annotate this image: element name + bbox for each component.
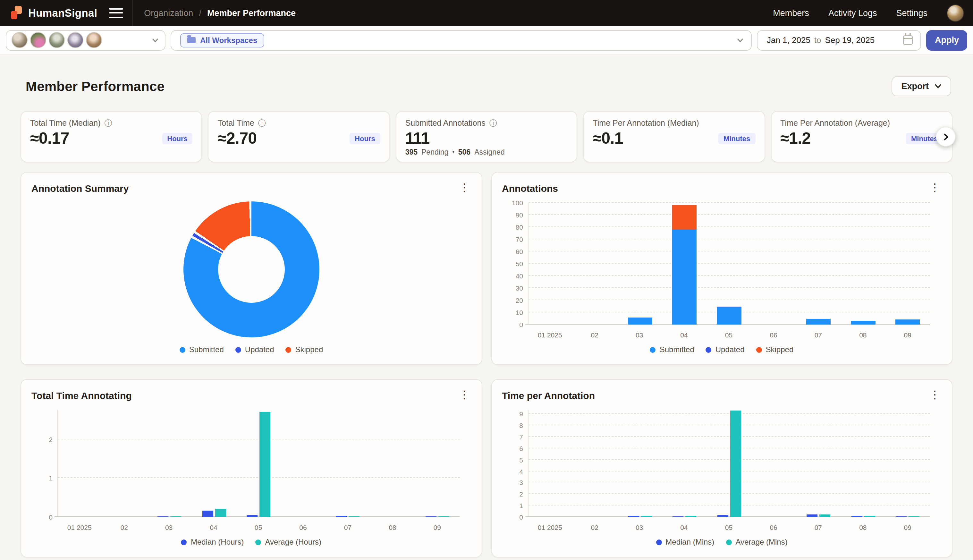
chart-legend: Median (Hours)Average (Hours): [32, 534, 471, 549]
legend-label: Skipped: [295, 345, 323, 354]
nav-link-members[interactable]: Members: [773, 8, 809, 18]
kpi-value: ≈0.17: [30, 129, 69, 148]
bar-segment-submitted: [628, 317, 652, 325]
breadcrumb-organization[interactable]: Organization: [144, 8, 193, 18]
gridline: [528, 287, 930, 288]
legend-label: Average (Mins): [735, 538, 787, 547]
x-axis-tick-label: 01 2025: [538, 331, 562, 339]
x-axis-tick-label: 06: [770, 523, 777, 531]
legend-label: Updated: [715, 345, 745, 354]
nav-link-activity-logs[interactable]: Activity Logs: [828, 8, 877, 18]
x-axis-tick-label: 03: [165, 523, 173, 531]
chart-legend: Median (Mins)Average (Mins): [502, 534, 941, 549]
charts-row-2: Total Time Annotating ⋮ 012 01 202502030…: [20, 379, 953, 557]
x-axis-tick-label: 09: [433, 523, 441, 531]
bar-segment-submitted: [851, 321, 875, 325]
kpi-title: Time Per Annotation (Average): [780, 119, 890, 128]
legend-item[interactable]: Submitted: [650, 345, 694, 354]
x-axis-tick-label: 09: [904, 331, 911, 339]
legend-dot: [706, 347, 711, 352]
x-axis-tick-label: 01 2025: [67, 523, 92, 531]
y-axis-tick-label: 30: [503, 284, 523, 292]
kpi-total-time: Total Time ⓘ ≈2.70 Hours: [208, 111, 390, 162]
kebab-menu-icon[interactable]: ⋮: [458, 390, 471, 399]
legend-item[interactable]: Median (Mins): [656, 538, 714, 547]
info-icon[interactable]: ⓘ: [105, 119, 112, 127]
bar-median-mins-: [806, 515, 818, 517]
chart-legend: SubmittedUpdatedSkipped: [502, 341, 941, 357]
nav-link-settings[interactable]: Settings: [896, 8, 928, 18]
workspace-filter-select[interactable]: All Workspaces: [171, 30, 752, 50]
y-axis-tick-label: 90: [503, 211, 523, 219]
x-axis-tick-label: 08: [389, 523, 396, 531]
legend-item[interactable]: Submitted: [180, 345, 224, 354]
time-per-annotation-card: Time per Annotation ⋮ 0123456789 01 2025…: [491, 379, 953, 557]
y-axis-tick-label: 1: [503, 502, 523, 509]
apply-button[interactable]: Apply: [926, 30, 967, 50]
total-time-bar-chart: 012 01 20250203040506070809: [32, 401, 471, 534]
x-axis-tick-label: 07: [344, 523, 352, 531]
legend-dot: [656, 539, 661, 545]
kebab-menu-icon[interactable]: ⋮: [458, 183, 471, 192]
legend-item[interactable]: Average (Mins): [726, 538, 787, 547]
kebab-menu-icon[interactable]: ⋮: [928, 390, 941, 399]
kpi-carousel-next-button[interactable]: [936, 127, 956, 147]
humansignal-logo[interactable]: HumanSignal: [10, 6, 97, 20]
calendar-icon[interactable]: [903, 35, 913, 45]
bar-segment-submitted: [895, 320, 920, 325]
workspace-tag[interactable]: All Workspaces: [180, 33, 264, 47]
humansignal-logo-icon: [10, 6, 23, 20]
kpi-subtext: 395 Pending • 506 Assigned: [405, 148, 568, 156]
bar-segment-submitted: [717, 308, 741, 325]
annotations-card: Annotations ⋮ 0102030405060708090100 01 …: [491, 172, 953, 365]
info-icon[interactable]: ⓘ: [490, 119, 497, 127]
gridline: [528, 263, 930, 263]
unit-badge: Hours: [350, 132, 380, 144]
hamburger-menu-icon[interactable]: [109, 8, 123, 18]
gridline: [58, 478, 460, 478]
x-axis-tick-label: 05: [725, 523, 733, 531]
y-axis-tick-label: 5: [503, 456, 523, 463]
kpi-submitted-annotations: Submitted Annotations ⓘ 111 395 Pending …: [396, 111, 578, 162]
x-axis-tick-label: 06: [299, 523, 307, 531]
x-axis-tick-label: 09: [904, 523, 911, 531]
total-time-annotating-card: Total Time Annotating ⋮ 012 01 202502030…: [20, 379, 482, 557]
legend-item[interactable]: Skipped: [286, 345, 323, 354]
date-range-input[interactable]: Jan 1, 2025 to Sep 19, 2025: [757, 30, 921, 50]
legend-item[interactable]: Updated: [706, 345, 745, 354]
legend-item[interactable]: Median (Hours): [181, 538, 244, 547]
member-avatar: [30, 32, 46, 48]
x-axis-tick-label: 04: [680, 331, 688, 339]
unit-badge: Hours: [162, 132, 193, 144]
kpi-time-per-annotation-median: Time Per Annotation (Median) ≈0.1 Minute…: [583, 111, 765, 162]
filter-toolbar: All Workspaces Jan 1, 2025 to Sep 19, 20…: [0, 26, 973, 55]
x-axis-tick-label: 02: [120, 523, 128, 531]
info-icon[interactable]: ⓘ: [258, 119, 266, 127]
y-axis-tick-label: 9: [503, 410, 523, 418]
legend-label: Skipped: [766, 345, 794, 354]
user-avatar[interactable]: [947, 4, 964, 22]
x-axis-tick-label: 08: [859, 523, 866, 531]
y-axis-tick-label: 60: [503, 248, 523, 255]
legend-label: Median (Mins): [665, 538, 714, 547]
members-filter-select[interactable]: [6, 30, 165, 50]
kpi-value: ≈0.1: [593, 129, 623, 148]
legend-item[interactable]: Average (Hours): [255, 538, 322, 547]
legend-item[interactable]: Updated: [235, 345, 274, 354]
main-content: Member Performance Export Total Time (Me…: [0, 55, 973, 557]
page-title: Member Performance: [26, 78, 165, 94]
legend-item[interactable]: Skipped: [756, 345, 794, 354]
legend-dot: [255, 539, 261, 545]
folder-icon: [187, 37, 196, 43]
gridline: [528, 300, 930, 300]
legend-dot: [650, 347, 656, 352]
kebab-menu-icon[interactable]: ⋮: [928, 183, 941, 192]
y-axis-tick-label: 0: [503, 321, 523, 328]
kpi-title: Time Per Annotation (Median): [593, 119, 699, 128]
y-axis-tick-label: 8: [503, 422, 523, 429]
kpi-value: 111: [405, 129, 430, 148]
export-button[interactable]: Export: [891, 76, 951, 96]
chevron-down-icon: [935, 83, 941, 90]
unit-badge: Minutes: [718, 132, 755, 144]
kpi-title: Total Time: [218, 119, 254, 128]
